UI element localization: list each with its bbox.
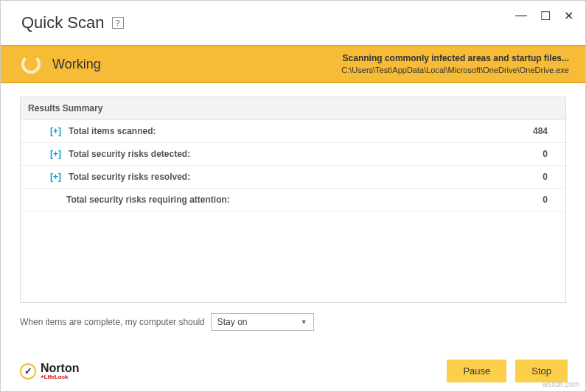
maximize-icon[interactable]: ☐ <box>540 9 551 23</box>
titlebar-left: Quick Scan ? <box>21 13 124 32</box>
status-label: Working <box>52 57 101 72</box>
row-value: 0 <box>543 149 548 159</box>
row-value: 0 <box>543 195 548 205</box>
footer-buttons: Pause Stop <box>447 360 568 382</box>
status-line1: Scanning commonly infected areas and sta… <box>341 52 569 65</box>
norton-logo: ✓ Norton +LifeLock <box>20 363 79 380</box>
spinner-icon <box>21 55 41 74</box>
expand-icon[interactable]: [+] <box>50 126 61 136</box>
status-line2: C:\Users\Test\AppData\Local\Microsoft\On… <box>341 65 569 76</box>
completion-prefix: When items are complete, my computer sho… <box>20 317 205 327</box>
row-value: 484 <box>533 126 548 136</box>
close-icon[interactable]: ✕ <box>564 9 573 23</box>
results-summary-box: Results Summary [+] Total items scanned:… <box>20 97 566 303</box>
status-details: Scanning commonly infected areas and sta… <box>341 52 569 76</box>
content-area: Results Summary [+] Total items scanned:… <box>1 83 585 303</box>
logo-main: Norton <box>41 363 79 374</box>
help-icon[interactable]: ? <box>112 17 124 29</box>
dropdown-selected: Stay on <box>217 317 248 327</box>
status-left: Working <box>21 55 101 74</box>
window-title: Quick Scan <box>21 13 105 32</box>
row-label: Total security risks detected: <box>69 149 190 159</box>
status-bar: Working Scanning commonly infected areas… <box>1 45 585 83</box>
result-row-attention: Total security risks requiring attention… <box>21 189 565 211</box>
footer: ✓ Norton +LifeLock Pause Stop <box>1 360 585 382</box>
pause-button[interactable]: Pause <box>447 360 506 382</box>
expand-icon[interactable]: [+] <box>50 149 61 159</box>
chevron-down-icon: ▼ <box>301 318 307 326</box>
result-row-detected: [+] Total security risks detected: 0 <box>21 143 565 166</box>
row-value: 0 <box>543 172 548 182</box>
row-label: Total items scanned: <box>69 126 156 136</box>
row-label: Total security risks resolved: <box>69 172 190 182</box>
stop-button[interactable]: Stop <box>515 360 568 382</box>
window-controls: — ☐ ✕ <box>515 9 573 23</box>
results-header: Results Summary <box>21 97 565 120</box>
expand-icon[interactable]: [+] <box>50 172 61 182</box>
result-row-resolved: [+] Total security risks resolved: 0 <box>21 166 565 189</box>
completion-action-row: When items are complete, my computer sho… <box>1 303 585 331</box>
logo-sub: +LifeLock <box>41 374 79 380</box>
minimize-icon[interactable]: — <box>515 9 527 22</box>
result-row-scanned: [+] Total items scanned: 484 <box>21 120 565 143</box>
row-label: Total security risks requiring attention… <box>66 195 230 205</box>
watermark: wsxdn.com <box>543 380 579 388</box>
titlebar: Quick Scan ? — ☐ ✕ <box>1 1 585 45</box>
completion-dropdown[interactable]: Stay on ▼ <box>211 313 314 331</box>
check-icon: ✓ <box>20 363 36 379</box>
